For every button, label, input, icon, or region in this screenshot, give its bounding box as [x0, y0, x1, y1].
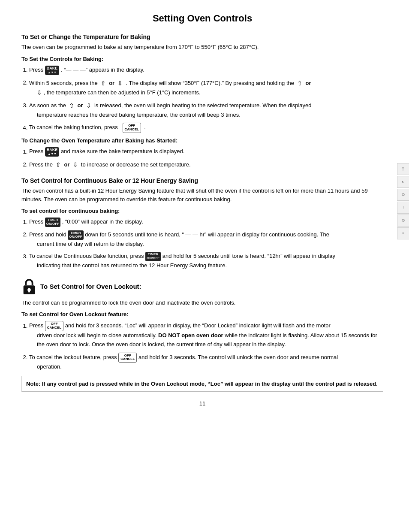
baking-step-3-continuation: temperature reaches the desired baking t…: [37, 111, 383, 120]
change-temp-step-1: Press BAKE▲▼▼ and make sure the bake tem…: [29, 147, 383, 157]
lockout-step-1: Press OFFCANCEL and hold for 3 seconds. …: [29, 321, 383, 349]
lockout-feature-subheading: To set Control for Oven Lockout feature:: [21, 311, 383, 317]
section-continuous-intro: The oven control has a built-in 12 Hour …: [21, 187, 383, 203]
timer-button-icon-3: TIMERON/OFF: [145, 252, 161, 261]
section-oven-lockout: To Set Control for Oven Lockout: The con…: [21, 278, 383, 392]
side-tab-item-1: m: [397, 163, 409, 175]
cancel-button-icon: OFFCANCEL: [123, 123, 141, 133]
cancel-button-icon-3: OFFCANCEL: [118, 353, 137, 363]
continuous-baking-subheading: To set control for continuous baking:: [21, 208, 383, 214]
continuous-step-1: Press TIMERON/OFF , “0:00” will appear i…: [29, 218, 383, 227]
arrow-down-icon-2: ⇩: [37, 88, 42, 97]
baking-step-3: As soon as the ⇧ or ⇩ is released, the o…: [29, 101, 383, 119]
side-tab-item-3: ©: [397, 189, 409, 201]
lockout-step-1-continuation: driven door lock will begin to close aut…: [37, 331, 383, 349]
lockout-heading-row: To Set Control for Oven Lockout:: [21, 278, 383, 295]
lockout-heading: To Set Control for Oven Lockout:: [40, 283, 141, 290]
side-tab-item-6: ≡: [397, 227, 409, 239]
bake-button-icon: BAKE▲▼▼: [45, 66, 60, 75]
arrow-down-icon-4: ⇩: [73, 160, 78, 169]
change-temp-steps-list: Press BAKE▲▼▼ and make sure the bake tem…: [29, 147, 383, 169]
continuous-baking-steps: Press TIMERON/OFF , “0:00” will appear i…: [29, 218, 383, 270]
section-baking-temperature: To Set or Change the Temperature for Bak…: [21, 33, 383, 169]
baking-step-1: Press BAKE▲▼▼ . “— — —” appears in the d…: [29, 66, 383, 75]
timer-button-icon-2: TIMERON/OFF: [68, 230, 83, 240]
section-baking-intro: The oven can be programmed to bake at an…: [21, 43, 383, 51]
continuous-step-2-continuation: current time of day will return to the d…: [37, 240, 383, 249]
section-continuous-bake: To Set Control for Continuous Bake or 12…: [21, 177, 383, 270]
page-title: Setting Oven Controls: [21, 13, 383, 24]
change-temp-step-2: Press the ⇧ or ⇩ to increase or decrease…: [29, 160, 383, 169]
lock-icon: [21, 278, 37, 295]
baking-step-2-continuation: ⇩ , the temperature can then be adjusted…: [37, 88, 383, 97]
continuous-step-2: Press and hold TIMERON/OFF down for 5 se…: [29, 230, 383, 248]
continuous-step-3: To cancel the Continuous Bake function, …: [29, 252, 383, 270]
cancel-button-icon-2: OFFCANCEL: [45, 321, 63, 331]
side-tab-decoration: m z © ··· © ≡: [397, 163, 409, 239]
lockout-note-text: Note: If any control pad is pressed whil…: [26, 381, 378, 387]
continuous-step-3-continuation: indicating that the control has returned…: [37, 261, 383, 270]
bake-button-icon-2: BAKE▲▼▼: [45, 147, 60, 157]
arrow-up-icon: ⇧: [101, 79, 106, 88]
page-number: 11: [21, 400, 383, 407]
baking-steps-list: Press BAKE▲▼▼ . “— — —” appears in the d…: [29, 66, 383, 133]
section-baking-heading: To Set or Change the Temperature for Bak…: [21, 33, 383, 40]
lockout-intro: The control can be programmed to lock th…: [21, 299, 383, 307]
section-continuous-heading: To Set Control for Continuous Bake or 12…: [21, 177, 383, 184]
lockout-note-box: Note: If any control pad is pressed whil…: [21, 376, 383, 392]
lockout-steps: Press OFFCANCEL and hold for 3 seconds. …: [29, 321, 383, 372]
side-tab-item-2: z: [397, 176, 409, 188]
baking-step-4: To cancel the baking function, press OFF…: [29, 123, 383, 133]
timer-button-icon: TIMERON/OFF: [45, 218, 60, 227]
arrow-down-icon: ⇩: [117, 79, 123, 88]
set-controls-baking-heading: To Set the Controls for Baking:: [21, 56, 383, 62]
lockout-step-2: To cancel the lockout feature, press OFF…: [29, 353, 383, 372]
arrow-up-icon-2: ⇧: [297, 79, 302, 88]
arrow-up-icon-3: ⇧: [69, 101, 74, 110]
side-tab-item-5: ©: [397, 215, 409, 227]
lockout-step-2-continuation: operation.: [37, 363, 383, 372]
svg-rect-2: [28, 290, 30, 292]
arrow-up-icon-4: ⇧: [56, 160, 61, 169]
arrow-down-icon-3: ⇩: [86, 101, 91, 110]
baking-step-2: Within 5 seconds, press the ⇧ or ⇩ . The…: [29, 79, 383, 98]
side-tab-item-4: ···: [397, 202, 409, 214]
change-temp-heading: To Change the Oven Temperature after Bak…: [21, 137, 383, 144]
